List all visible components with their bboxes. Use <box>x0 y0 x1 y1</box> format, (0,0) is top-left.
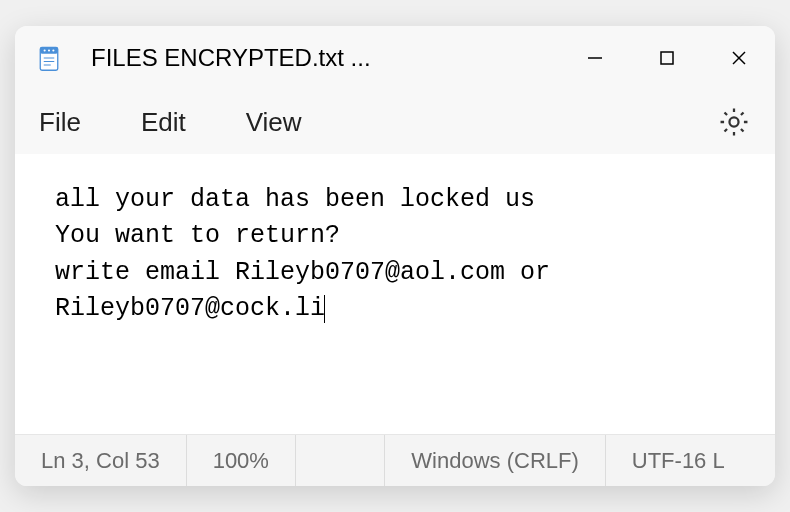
status-encoding: UTF-16 L <box>606 435 751 486</box>
window-controls <box>559 26 775 90</box>
menubar: File Edit View <box>15 90 775 154</box>
text-editor-area[interactable]: all your data has been locked us You wan… <box>15 154 775 434</box>
svg-point-4 <box>52 50 54 52</box>
close-button[interactable] <box>703 26 775 90</box>
maximize-button[interactable] <box>631 26 703 90</box>
titlebar: FILES ENCRYPTED.txt ... <box>15 26 775 90</box>
minimize-button[interactable] <box>559 26 631 90</box>
svg-point-2 <box>44 50 46 52</box>
statusbar: Ln 3, Col 53 100% Windows (CRLF) UTF-16 … <box>15 434 775 486</box>
text-caret <box>324 295 325 323</box>
notepad-icon <box>35 44 63 72</box>
svg-rect-9 <box>661 52 673 64</box>
svg-point-3 <box>48 50 50 52</box>
status-cursor-position: Ln 3, Col 53 <box>15 435 187 486</box>
status-zoom[interactable]: 100% <box>187 435 296 486</box>
status-spacer <box>296 435 385 486</box>
menu-view[interactable]: View <box>246 107 302 138</box>
settings-button[interactable] <box>717 105 751 139</box>
menu-edit[interactable]: Edit <box>141 107 186 138</box>
menu-file[interactable]: File <box>39 107 81 138</box>
notepad-window: FILES ENCRYPTED.txt ... File Edit View a… <box>15 26 775 486</box>
document-text: all your data has been locked us You wan… <box>55 185 565 323</box>
window-title: FILES ENCRYPTED.txt ... <box>91 44 559 72</box>
status-line-endings: Windows (CRLF) <box>385 435 605 486</box>
svg-point-12 <box>729 117 738 126</box>
